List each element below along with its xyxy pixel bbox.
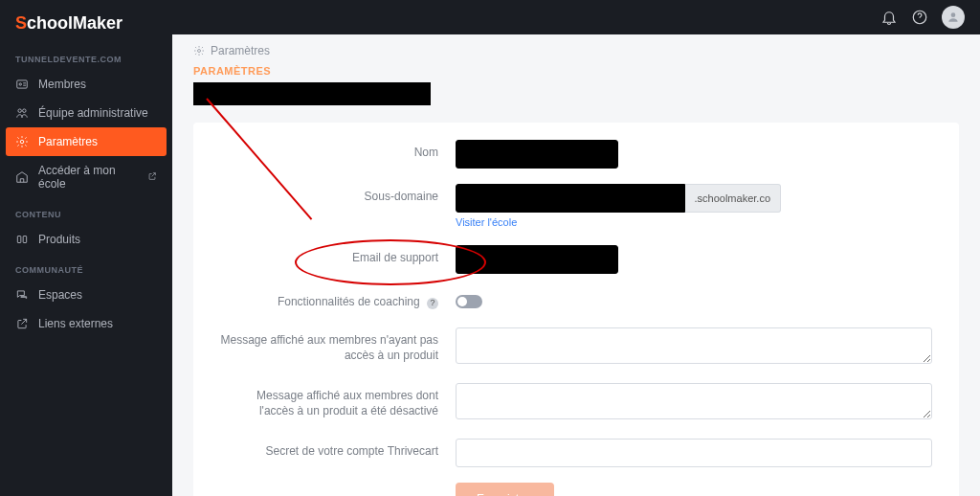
sidebar-item-label: Produits	[38, 233, 80, 246]
msg-noaccess-label: Message affiché aux membres n'ayant pas …	[220, 327, 456, 363]
external-link-icon	[15, 317, 29, 330]
external-link-icon	[144, 170, 157, 184]
team-icon	[15, 106, 29, 120]
sidebar-item-label: Liens externes	[38, 317, 113, 330]
sidebar-item-label: Équipe administrative	[38, 106, 148, 120]
coaching-help-icon[interactable]: ?	[427, 298, 438, 309]
svg-point-3	[23, 109, 26, 113]
chat-icon	[15, 288, 29, 302]
thrivecart-input[interactable]	[456, 439, 932, 467]
notifications-icon[interactable]	[880, 9, 898, 26]
svg-rect-0	[17, 80, 28, 88]
breadcrumb: Paramètres	[172, 34, 980, 65]
brand-logo: SchoolMaker	[0, 0, 172, 43]
topbar	[172, 0, 980, 34]
save-button[interactable]: Enregistrer	[456, 483, 554, 496]
subdomain-suffix: .schoolmaker.co	[685, 184, 781, 213]
sidebar-item-members[interactable]: Membres	[0, 70, 172, 99]
form-row-msg-disabled: Message affiché aux membres dont l'accès…	[220, 383, 932, 423]
settings-card: Nom Sous-domaine .schoolmaker.co Visiter…	[193, 123, 959, 496]
sidebar-item-spaces[interactable]: Espaces	[0, 281, 172, 309]
msg-disabled-textarea[interactable]	[456, 383, 932, 419]
thrivecart-label: Secret de votre compte Thrivecart	[220, 439, 456, 460]
sidebar-item-external-links[interactable]: Liens externes	[0, 309, 172, 338]
products-icon	[15, 233, 29, 246]
svg-point-4	[20, 140, 24, 144]
gear-icon	[193, 45, 205, 56]
sidebar-section-content: CONTENU	[0, 198, 172, 225]
school-icon	[15, 170, 29, 184]
coaching-toggle[interactable]	[456, 295, 482, 308]
content: PARAMÈTRES Nom Sous-domaine	[172, 65, 980, 496]
redacted-heading	[193, 82, 431, 105]
msg-disabled-label: Message affiché aux membres dont l'accès…	[220, 383, 456, 418]
sidebar-item-label: Paramètres	[38, 135, 98, 148]
coaching-label: Fonctionnalités de coaching ?	[220, 289, 456, 310]
svg-point-1	[19, 83, 21, 85]
members-icon	[15, 78, 29, 91]
form-row-submit: Enregistrer	[220, 483, 932, 496]
sidebar-item-label: Espaces	[38, 288, 82, 302]
sidebar-item-products[interactable]: Produits	[0, 225, 172, 254]
form-row-coaching: Fonctionnalités de coaching ?	[220, 289, 932, 312]
main: Paramètres PARAMÈTRES Nom Sous-doma	[172, 0, 980, 496]
support-email-input[interactable]	[456, 245, 618, 274]
avatar[interactable]	[942, 6, 965, 29]
page-title: PARAMÈTRES	[193, 65, 959, 77]
msg-noaccess-textarea[interactable]	[456, 327, 932, 364]
sidebar-item-label: Accéder à mon école	[38, 164, 134, 191]
svg-rect-5	[17, 237, 21, 243]
gear-icon	[15, 135, 29, 148]
name-input[interactable]	[456, 140, 618, 169]
coaching-label-text: Fonctionnalités de coaching	[278, 295, 420, 308]
brand-prefix: S	[15, 13, 27, 33]
help-icon[interactable]	[911, 9, 928, 26]
brand-rest: choolMaker	[27, 13, 122, 33]
breadcrumb-label: Paramètres	[211, 44, 270, 57]
form-row-name: Nom	[220, 140, 932, 169]
subdomain-input[interactable]	[456, 184, 685, 213]
sidebar-item-admin-team[interactable]: Équipe administrative	[0, 99, 172, 127]
form-row-support-email: Email de support	[220, 245, 932, 274]
form-row-subdomain: Sous-domaine .schoolmaker.co Visiter l'é…	[220, 184, 932, 230]
sidebar-item-school-access[interactable]: Accéder à mon école	[0, 156, 172, 198]
sidebar-section-school: TUNNELDEVENTE.COM	[0, 43, 172, 70]
visit-school-link[interactable]: Visiter l'école	[456, 216, 517, 228]
sidebar-section-community: COMMUNAUTÉ	[0, 254, 172, 281]
name-label: Nom	[220, 140, 456, 161]
sidebar-item-label: Membres	[38, 78, 86, 91]
form-row-thrivecart: Secret de votre compte Thrivecart	[220, 439, 932, 467]
svg-rect-6	[23, 237, 27, 243]
form-row-msg-noaccess: Message affiché aux membres n'ayant pas …	[220, 327, 932, 368]
svg-point-8	[951, 12, 956, 17]
sidebar: SchoolMaker TUNNELDEVENTE.COM Membres Éq…	[0, 0, 172, 496]
subdomain-label: Sous-domaine	[220, 184, 456, 205]
svg-point-9	[198, 50, 201, 53]
support-email-label: Email de support	[220, 245, 456, 266]
sidebar-item-settings[interactable]: Paramètres	[6, 127, 167, 156]
svg-point-2	[18, 109, 22, 113]
